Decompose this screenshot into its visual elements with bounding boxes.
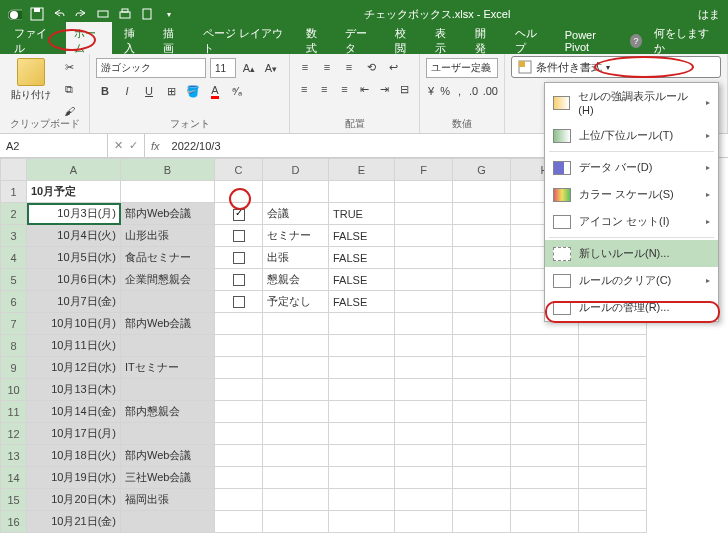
col-header-A[interactable]: A [27,159,121,181]
cell[interactable] [329,445,395,467]
cell[interactable] [453,247,511,269]
cell[interactable] [263,445,329,467]
cell[interactable]: 10月14日(金) [27,401,121,423]
increase-indent-icon[interactable]: ⇥ [377,80,393,98]
cell[interactable] [579,401,647,423]
cell[interactable] [329,335,395,357]
cell[interactable] [395,379,453,401]
comma-icon[interactable]: , [454,82,464,100]
cell[interactable]: 企業間懇親会 [121,269,215,291]
cell[interactable] [215,445,263,467]
orientation-icon[interactable]: ⟲ [362,58,380,76]
col-header-F[interactable]: F [395,159,453,181]
cell[interactable] [215,291,263,313]
cell[interactable]: 予定なし [263,291,329,313]
checkbox[interactable] [233,296,245,308]
cell[interactable] [579,379,647,401]
select-all-corner[interactable] [1,159,27,181]
cell[interactable] [453,467,511,489]
italic-button[interactable]: I [118,82,136,100]
cell[interactable] [511,511,579,533]
cell[interactable] [215,203,263,225]
cell[interactable] [395,401,453,423]
cell[interactable] [453,423,511,445]
cell[interactable] [453,357,511,379]
decrease-indent-icon[interactable]: ⇤ [357,80,373,98]
undo-icon[interactable] [52,7,66,21]
new-rule-item[interactable]: 新しいルール(N)... [545,240,718,267]
cell[interactable]: 10月21日(金) [27,511,121,533]
cell[interactable] [395,467,453,489]
cell[interactable] [395,269,453,291]
row-header[interactable]: 12 [1,423,27,445]
row-header[interactable]: 15 [1,489,27,511]
cell[interactable]: 10月4日(火) [27,225,121,247]
cell[interactable] [121,511,215,533]
cell[interactable]: 10月予定 [27,181,121,203]
highlight-rules-item[interactable]: セルの強調表示ルール(H) ▸ [545,83,718,122]
cell[interactable] [511,379,579,401]
cell[interactable] [329,313,395,335]
cell[interactable] [121,291,215,313]
cell[interactable]: 部内Web会議 [121,445,215,467]
checkbox[interactable] [233,252,245,264]
clear-rules-item[interactable]: ルールのクリア(C) ▸ [545,267,718,294]
color-scales-item[interactable]: カラー スケール(S) ▸ [545,181,718,208]
row-header[interactable]: 11 [1,401,27,423]
print-icon[interactable] [118,7,132,21]
font-name-dropdown[interactable]: 游ゴシック [96,58,206,78]
row-header[interactable]: 6 [1,291,27,313]
cell[interactable] [329,489,395,511]
cell[interactable] [579,335,647,357]
cell[interactable]: 三社Web会議 [121,467,215,489]
cell[interactable] [579,511,647,533]
cell[interactable]: 10月19日(水) [27,467,121,489]
cell[interactable] [453,379,511,401]
fill-color-button[interactable]: 🪣 [184,82,202,100]
new-file-icon[interactable] [140,7,154,21]
align-left-icon[interactable]: ≡ [296,80,312,98]
cell[interactable]: 10月6日(木) [27,269,121,291]
cell[interactable] [215,401,263,423]
row-header[interactable]: 10 [1,379,27,401]
cell[interactable] [263,335,329,357]
cell[interactable] [395,203,453,225]
cancel-formula-icon[interactable]: ✕ [114,139,123,152]
cell[interactable] [453,489,511,511]
number-format-dropdown[interactable]: ユーザー定義 [426,58,498,78]
qat-more-icon[interactable]: ▾ [162,7,176,21]
row-header[interactable]: 2 [1,203,27,225]
col-header-C[interactable]: C [215,159,263,181]
cell[interactable] [215,511,263,533]
cell[interactable]: 部内Web会議 [121,313,215,335]
col-header-E[interactable]: E [329,159,395,181]
cell[interactable] [329,379,395,401]
border-button[interactable]: ⊞ [162,82,180,100]
cut-icon[interactable]: ✂ [60,58,78,76]
underline-button[interactable]: U [140,82,158,100]
cell[interactable] [579,445,647,467]
cell[interactable] [215,225,263,247]
cell[interactable] [215,269,263,291]
cell[interactable] [395,313,453,335]
autosave-toggle[interactable] [8,7,22,21]
cell[interactable]: 10月10日(月) [27,313,121,335]
cell[interactable] [215,313,263,335]
cell[interactable]: ITセミナー [121,357,215,379]
col-header-B[interactable]: B [121,159,215,181]
cell[interactable]: セミナー [263,225,329,247]
increase-decimal-icon[interactable]: .0 [469,82,479,100]
cell[interactable] [395,423,453,445]
cell[interactable] [453,291,511,313]
cell[interactable] [121,379,215,401]
percent-icon[interactable]: % [440,82,450,100]
decrease-font-icon[interactable]: A▾ [262,59,280,77]
cell[interactable] [215,423,263,445]
cell[interactable] [511,401,579,423]
cell[interactable] [453,269,511,291]
cell[interactable] [263,467,329,489]
cell[interactable] [263,423,329,445]
cell[interactable] [395,489,453,511]
currency-icon[interactable]: ¥ [426,82,436,100]
cell[interactable] [263,379,329,401]
